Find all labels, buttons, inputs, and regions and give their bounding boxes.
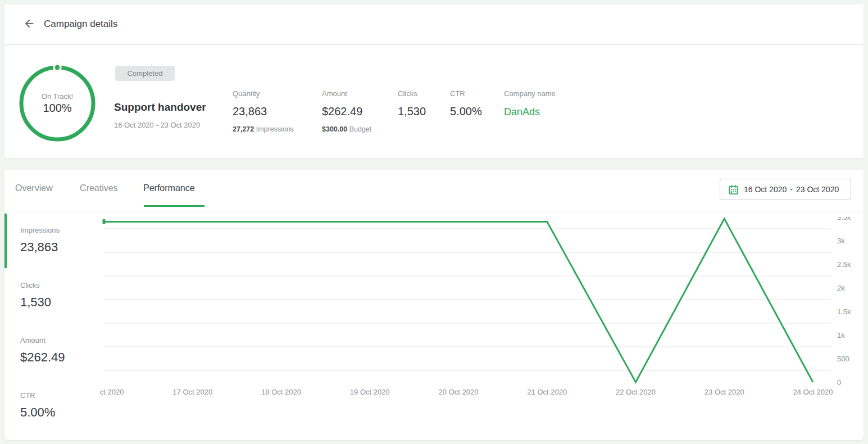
svg-text:17 Oct 2020: 17 Oct 2020: [172, 388, 212, 396]
svg-text:0: 0: [837, 378, 841, 387]
progress-ring: On Track! 100%: [17, 63, 98, 144]
svg-text:18 Oct 2020: 18 Oct 2020: [261, 388, 301, 396]
date-range-start: 16 Oct 2020: [744, 185, 787, 194]
tab-creatives[interactable]: Creatives: [80, 183, 118, 193]
status-badge: Completed: [115, 66, 175, 81]
svg-text:20 Oct 2020: 20 Oct 2020: [439, 388, 479, 396]
arrow-left-icon: [23, 17, 35, 31]
svg-text:2.5k: 2.5k: [837, 260, 851, 269]
progress-status: On Track!: [42, 92, 73, 101]
metric-label: Clicks: [398, 89, 426, 98]
metric-value: $262.49: [322, 105, 371, 118]
date-range-picker[interactable]: 16 Oct 2020 - 23 Oct 2020: [720, 179, 851, 200]
progress-ring-text: On Track! 100%: [17, 63, 98, 144]
svg-text:22 Oct 2020: 22 Oct 2020: [616, 388, 656, 396]
campaign-name: Support handover: [114, 101, 206, 114]
svg-text:3.5k: 3.5k: [837, 217, 851, 221]
header-bar: Campaign details: [4, 4, 864, 44]
date-range-end: 23 Oct 2020: [796, 185, 839, 194]
metric-label: Amount: [322, 89, 371, 98]
metric-clicks: Clicks 1,530: [398, 89, 426, 118]
svg-text:23 Oct 2020: 23 Oct 2020: [705, 388, 744, 396]
metric-label: Quantity: [233, 89, 294, 98]
chart-y-axis-labels: 3.5k3k2.5k2k1.5k1k5000: [837, 217, 851, 387]
side-metric-label: CTR: [20, 391, 97, 400]
svg-text:16 Oct 2020: 16 Oct 2020: [100, 388, 124, 396]
chart-x-axis-labels: 16 Oct 202017 Oct 202018 Oct 202019 Oct …: [100, 388, 833, 396]
metric-quantity: Quantity 23,863 27,272 Impressions: [233, 89, 294, 133]
company-name-link[interactable]: DanAds: [504, 106, 556, 118]
metric-value: 23,863: [233, 105, 294, 118]
side-metric-value: 5.00%: [20, 405, 97, 420]
performance-card: Overview Creatives Performance 16 Oct 20…: [4, 170, 864, 440]
side-metric-value: $262.49: [20, 350, 97, 365]
side-metric-label: Clicks: [20, 281, 97, 289]
metric-amount: Amount $262.49 $300.00 Budget: [322, 89, 371, 133]
tab-performance[interactable]: Performance: [143, 183, 195, 193]
svg-text:1k: 1k: [837, 331, 845, 339]
svg-text:500: 500: [837, 355, 849, 363]
active-tab-underline: [144, 205, 204, 207]
calendar-icon: [728, 184, 739, 195]
svg-text:24 Oct 2020: 24 Oct 2020: [793, 388, 833, 396]
back-button[interactable]: [19, 14, 39, 34]
metric-value: 5.00%: [450, 105, 482, 118]
metric-label: CTR: [450, 89, 482, 98]
selected-indicator-bar: [4, 214, 7, 268]
metric-label: Company name: [504, 89, 556, 98]
svg-text:1.5k: 1.5k: [837, 307, 851, 316]
date-range-separator: -: [790, 185, 793, 194]
page-title: Campaign details: [44, 19, 117, 30]
side-metric-value: 23,863: [20, 240, 97, 255]
campaign-summary-card: On Track! 100% Completed Support handove…: [4, 45, 864, 158]
metric-value: 1,530: [398, 105, 426, 118]
side-metric-impressions[interactable]: Impressions 23,863: [4, 214, 97, 268]
metric-company-name: Company name DanAds: [504, 89, 556, 118]
campaign-date-range: 16 Oct 2020 - 23 Oct 2020: [114, 121, 200, 129]
side-metric-value: 1,530: [20, 295, 97, 310]
page: Campaign details On Track! 100% Complete…: [0, 0, 868, 444]
side-metric-ctr[interactable]: CTR 5.00%: [4, 379, 97, 433]
svg-text:2k: 2k: [837, 284, 845, 292]
side-metric-label: Impressions: [20, 226, 97, 234]
tab-overview[interactable]: Overview: [15, 183, 53, 193]
metric-subtext: $300.00 Budget: [322, 125, 371, 133]
side-metric-label: Amount: [20, 336, 97, 345]
performance-line-chart[interactable]: 16 Oct 202017 Oct 202018 Oct 202019 Oct …: [100, 217, 856, 402]
side-metric-amount[interactable]: Amount $262.49: [4, 324, 97, 378]
tabs-row: Overview Creatives Performance 16 Oct 20…: [4, 170, 864, 212]
impressions-line: [104, 219, 813, 382]
progress-percent: 100%: [43, 102, 71, 115]
svg-text:19 Oct 2020: 19 Oct 2020: [350, 388, 390, 396]
svg-text:21 Oct 2020: 21 Oct 2020: [527, 388, 567, 396]
chart-gridlines: [104, 229, 831, 370]
metric-ctr: CTR 5.00%: [450, 89, 482, 118]
side-metric-clicks[interactable]: Clicks 1,530: [4, 269, 97, 323]
line-start-marker: [103, 219, 106, 224]
svg-text:3k: 3k: [837, 237, 845, 245]
metric-subtext: 27,272 Impressions: [233, 125, 294, 133]
